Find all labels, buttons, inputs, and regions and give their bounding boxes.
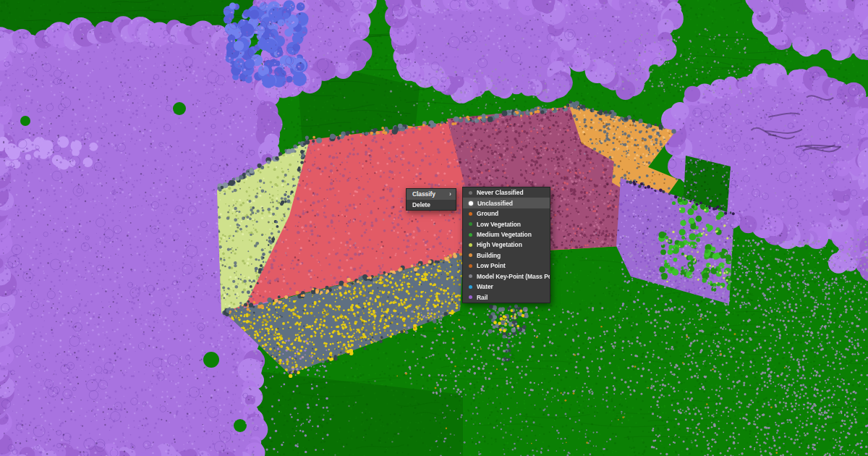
submenu-item-label: Building xyxy=(477,252,501,259)
submenu-item-label: Rail xyxy=(477,294,488,301)
submenu-item-label: Unclassified xyxy=(477,200,513,207)
point-cloud-canvas[interactable] xyxy=(0,0,868,456)
submenu-item-water[interactable]: Water xyxy=(463,282,550,292)
submenu-item-rail[interactable]: Rail xyxy=(463,292,550,303)
submenu-item-label: Model Key-Point (Mass Point) xyxy=(477,273,550,280)
submenu-item-low-vegetation[interactable]: Low Vegetation xyxy=(463,219,550,229)
submenu-item-building[interactable]: Building xyxy=(463,250,550,261)
submenu-item-high-vegetation[interactable]: High Vegetation xyxy=(463,240,550,250)
class-color-dot xyxy=(469,285,472,289)
menu-item-label: Delete xyxy=(412,201,430,208)
class-color-dot xyxy=(469,264,472,268)
classify-submenu: Never Classified Unclassified Ground Low… xyxy=(462,187,550,303)
class-color-dot xyxy=(469,222,472,226)
submenu-item-unclassified[interactable]: Unclassified xyxy=(463,198,550,208)
submenu-item-label: Medium Vegetation xyxy=(477,231,532,238)
submenu-item-never-classified[interactable]: Never Classified xyxy=(463,187,550,198)
class-color-dot xyxy=(469,191,472,195)
context-menu: Classify › Delete xyxy=(406,188,456,211)
menu-item-delete[interactable]: Delete xyxy=(407,200,456,211)
submenu-item-model-key-point[interactable]: Model Key-Point (Mass Point) xyxy=(463,271,550,282)
submenu-item-low-point[interactable]: Low Point xyxy=(463,261,550,271)
submenu-item-label: Never Classified xyxy=(477,189,524,196)
submenu-item-label: Ground xyxy=(477,210,498,217)
menu-item-label: Classify xyxy=(412,190,435,198)
class-color-dot xyxy=(469,201,473,206)
class-color-dot xyxy=(469,243,472,247)
point-cloud-app-viewport: Classify › Delete Never Classified Uncla… xyxy=(0,0,868,456)
submenu-item-label: Low Vegetation xyxy=(477,221,521,228)
class-color-dot xyxy=(469,253,472,257)
submenu-item-label: Low Point xyxy=(477,262,506,269)
class-color-dot xyxy=(469,274,472,278)
submenu-item-label: High Vegetation xyxy=(477,241,522,248)
class-color-dot xyxy=(469,295,472,299)
submenu-item-label: Water xyxy=(477,283,493,290)
class-color-dot xyxy=(469,233,472,237)
submenu-item-ground[interactable]: Ground xyxy=(463,208,550,219)
submenu-item-medium-vegetation[interactable]: Medium Vegetation xyxy=(463,229,550,240)
class-color-dot xyxy=(469,212,472,216)
submenu-arrow-icon: › xyxy=(449,191,451,198)
menu-item-classify[interactable]: Classify › xyxy=(407,189,456,200)
